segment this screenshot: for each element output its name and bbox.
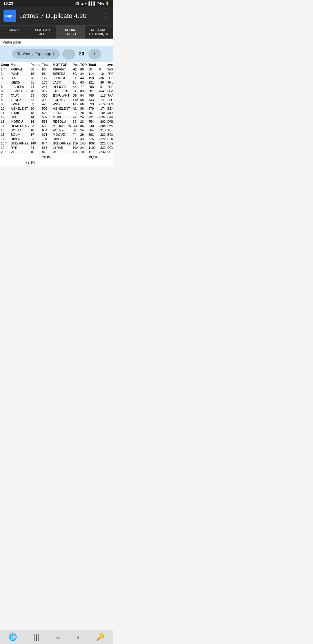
cell-4-6: 77 — [79, 85, 88, 89]
cell-3-6: 63 — [79, 80, 88, 85]
app-icon: Dupli — [3, 10, 16, 22]
cell-12-7: 754 — [88, 120, 98, 124]
cell-10-6: 28 — [79, 111, 88, 115]
cell-7-5: 14A — [72, 98, 79, 102]
table-row: 4KEtCH51173JACK1L63221-48?HLECKE — [0, 80, 113, 85]
cell-4-0: 5 — [0, 85, 10, 89]
table-row: 10 *AGNELENT80505AGNELENTA180679-174EENN… — [0, 106, 113, 111]
cell-2-1: JulF — [10, 76, 30, 80]
cell-14-8: -210 — [98, 128, 106, 133]
cell-8-7: 599 — [88, 102, 98, 106]
cell-4-8: -51 — [98, 85, 106, 89]
signal-icon: ▲▼ ▌▌▌ — [81, 1, 96, 6]
cell-11-6: 24 — [79, 115, 88, 120]
cell-18-5: 10A — [72, 146, 79, 150]
cell-0-6: 80 — [79, 67, 88, 72]
battery-indicator: 74% — [97, 1, 104, 6]
cell-17-8: -222 — [98, 141, 106, 146]
cell-3-9: ?HLECKE — [106, 80, 113, 85]
cell-17-0: 18 * — [0, 141, 10, 146]
cell-4-4: HELICES — [52, 85, 72, 89]
table-row: 9EWEE33425WITzA1266599-174?EWEINN — [0, 102, 113, 106]
tab-menu[interactable]: MENU — [0, 26, 28, 39]
cell-3-3: 173 — [41, 80, 52, 85]
cell-14-5: B1 — [72, 128, 79, 133]
cell-1-4: BIPIEDS — [52, 72, 72, 76]
pct-cell-9 — [106, 154, 113, 160]
table-row: 6LEVAnTES70317TAVELENT8A83381-64?LVEATE — [0, 89, 113, 93]
cell-13-6: 86 — [79, 124, 88, 128]
app-title: Lettres 7 Duplicate 4.20 — [19, 12, 103, 20]
cell-19-9: DE — [106, 150, 113, 154]
pct-cell-7: 79,1% — [88, 154, 98, 160]
cell-17-6: 140 — [79, 141, 88, 146]
cell-10-0: 11 — [0, 111, 10, 115]
cell-4-1: LICHEEs — [10, 85, 30, 89]
partie-label: Partie joker — [0, 39, 113, 46]
cell-1-1: POuF — [10, 72, 30, 76]
cell-19-7: 1110 — [88, 150, 98, 154]
cell-18-1: RYE — [10, 146, 30, 150]
cell-2-5: L1 — [72, 76, 79, 80]
cell-11-8: -194 — [98, 115, 106, 120]
top-plus-button[interactable]: + — [88, 49, 101, 59]
cell-17-3: 844 — [41, 141, 52, 146]
cell-15-5: F4 — [72, 133, 79, 137]
cell-16-6: 33 — [79, 137, 88, 141]
pct-cell-5 — [72, 154, 79, 160]
cell-8-2: 33 — [30, 102, 41, 106]
cell-15-8: -222 — [98, 133, 106, 137]
col-mot: Mot — [10, 62, 30, 67]
cell-15-2: 17 — [30, 133, 41, 137]
cell-5-2: 70 — [30, 89, 41, 93]
cell-1-0: 2 — [0, 72, 10, 76]
cell-9-6: 80 — [79, 106, 88, 111]
cell-5-0: 6 — [0, 89, 10, 93]
cell-16-1: HIVER — [10, 137, 30, 141]
cell-5-7: 381 — [88, 89, 98, 93]
cell-9-2: 80 — [30, 106, 41, 111]
cell-14-3: 654 — [41, 128, 52, 133]
cell-8-1: EWEE — [10, 102, 30, 106]
pct-cell-3: 79,1% — [41, 154, 52, 160]
cell-1-7: 114 — [88, 72, 98, 76]
col-mot-top: MOT TOP — [52, 62, 72, 67]
tab-score[interactable]: SCORETOPS + — [57, 26, 85, 39]
cell-5-9: ?LVEATE — [106, 89, 113, 93]
cell-7-8: -141 — [98, 98, 106, 102]
cell-18-3: 868 — [41, 146, 52, 150]
cell-19-1: VE — [10, 150, 30, 154]
col-pos: Pos — [72, 62, 79, 67]
cell-18-2: 24 — [30, 146, 41, 150]
cell-12-5: 7J — [72, 120, 79, 124]
table-row: 18 *SUBORNEE140844SUBORNEE15H1401066-222… — [0, 141, 113, 146]
cell-14-0: 15 — [0, 128, 10, 133]
cell-13-2: 83 — [30, 124, 41, 128]
cell-0-4: PIFFRAT — [52, 67, 72, 72]
pct-cell-0 — [0, 154, 10, 160]
cell-7-3: 392 — [41, 98, 52, 102]
top-minus-button[interactable]: - — [62, 49, 75, 59]
table-row: 2POuF1696BIPIEDS3G34114-18?POIDSB — [0, 72, 113, 76]
top-question-button[interactable]: Top/sous-Top coup ? — [12, 49, 60, 59]
tab-reliquat[interactable]: RELIQUATHISTORIQUE — [85, 26, 113, 39]
cell-4-2: 74 — [30, 85, 41, 89]
cell-19-3: 878 — [41, 150, 52, 154]
cell-18-6: 34 — [79, 146, 88, 150]
cell-9-3: 505 — [41, 106, 52, 111]
cell-6-3: 350 — [41, 93, 52, 98]
table-row: 3JulF26122JUDOGIL144158-36?OGLHJI — [0, 76, 113, 80]
overflow-menu-icon[interactable]: ⋮ — [103, 12, 110, 20]
cell-0-0: 1 * — [0, 67, 10, 72]
cell-9-1: AGNELENT — [10, 106, 30, 111]
cell-1-9: ?POIDSB — [106, 72, 113, 76]
cell-13-4: MEDUSERA — [52, 124, 72, 128]
cell-0-1: FRIPAiT — [10, 67, 30, 72]
percentage-row: 79,1%79,1% — [0, 154, 113, 160]
cell-6-2: 33 — [30, 93, 41, 98]
col-top-total: Total — [88, 62, 98, 67]
cell-5-5: 8A — [72, 89, 79, 93]
cell-8-9: ?EWEINN — [106, 102, 113, 106]
tab-plateau[interactable]: PLATEAUJEU — [28, 26, 57, 39]
table-row: 11TUAIS18523LISTAE828707-184MDUTAIS — [0, 111, 113, 115]
